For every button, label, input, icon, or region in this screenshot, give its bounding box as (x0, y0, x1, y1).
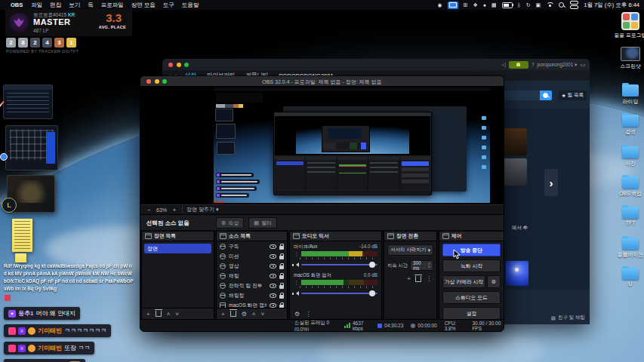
source-item[interactable]: 미션 (217, 251, 287, 261)
steam-account-menu[interactable]: poroporong2001 ▾ (538, 62, 578, 68)
virtual-camera-settings-button[interactable]: ⚙ (487, 275, 501, 288)
screen-mirroring-icon[interactable] (448, 2, 458, 9)
menu-dock[interactable]: 독 (88, 2, 94, 9)
promo-game-tile[interactable] (506, 261, 528, 286)
visibility-icon[interactable] (270, 284, 276, 288)
move-source-down-button[interactable]: ˅ (261, 311, 265, 318)
window-thumbnail-chrome[interactable] (5, 125, 58, 170)
menu-profile[interactable]: 프로파일 (101, 2, 124, 9)
source-item[interactable]: 채팅창 (217, 290, 287, 300)
source-item[interactable]: 전략적 팀 전투 (217, 281, 287, 290)
desktop-icon-folder[interactable]: TFT (614, 207, 644, 225)
menu-file[interactable]: 파일 (31, 2, 42, 9)
duration-input[interactable]: 300 ms ˄˅ (410, 260, 433, 271)
app-status-icon[interactable]: ❖ (473, 2, 477, 8)
lock-icon[interactable] (279, 265, 284, 269)
transition-menu-button[interactable]: ⋮ (426, 275, 432, 282)
zoom-out-button[interactable]: − (145, 207, 153, 213)
move-scene-down-button[interactable]: ˅ (175, 311, 179, 318)
visibility-icon[interactable] (270, 254, 276, 259)
image-capture-icon[interactable]: ▦ (491, 2, 497, 8)
speaker-icon[interactable] (294, 262, 299, 267)
spinner-icon[interactable]: ˄˅ (428, 262, 430, 268)
lock-icon[interactable] (279, 285, 284, 289)
visibility-icon[interactable] (270, 303, 276, 308)
scenes-dock-header[interactable]: 장면 목록 (142, 232, 214, 241)
volume-knob[interactable] (369, 290, 375, 296)
wifi-icon[interactable] (546, 2, 553, 8)
source-item[interactable]: 채팅 (217, 271, 287, 281)
drag-handle-icon[interactable]: ⋮ (294, 280, 299, 285)
speaker-icon[interactable] (294, 291, 299, 296)
volume-slider[interactable] (301, 293, 377, 294)
menu-help[interactable]: 도움말 (182, 2, 199, 9)
studio-mode-button[interactable]: 스튜디오 모드 (442, 291, 501, 304)
mixer-settings-button[interactable]: ⚙ (294, 311, 300, 318)
help-icon[interactable]: ? (532, 62, 535, 67)
stop-streaming-button[interactable]: 방송 중단 (442, 244, 501, 256)
display-icon[interactable]: ▭ (580, 61, 585, 68)
desktop-icon-folder[interactable]: 사진 (614, 146, 644, 167)
transition-select[interactable]: 서서히 사라지기 ▾ (387, 244, 433, 256)
control-center-icon[interactable] (570, 1, 578, 9)
volume-slider[interactable] (301, 264, 377, 265)
menu-app-name[interactable]: OBS (11, 2, 23, 8)
source-item[interactable]: 영상 (217, 261, 287, 271)
filters-button[interactable]: ▤ 필터 (248, 217, 277, 229)
menu-scene-collection[interactable]: 장면 모음 (131, 2, 156, 9)
visibility-icon[interactable] (270, 274, 276, 278)
add-transition-button[interactable]: + (407, 275, 411, 282)
start-virtual-camera-button[interactable]: 가상 카메라 시작 (442, 275, 485, 288)
lock-icon[interactable] (279, 295, 284, 299)
spotlight-icon[interactable] (559, 2, 565, 8)
desktop-icon-folder[interactable]: 동물아지껀 (614, 238, 644, 259)
properties-button[interactable]: ⚙ 속성 (216, 217, 244, 229)
add-source-button[interactable]: + (221, 311, 225, 318)
record-status-icon[interactable]: ◉ (437, 2, 442, 8)
remove-transition-button[interactable] (415, 276, 421, 282)
transitions-dock-header[interactable]: 장면 전환 (384, 232, 436, 241)
zoom-in-button[interactable]: + (171, 207, 178, 213)
mute-icon[interactable]: ◁ (502, 61, 506, 68)
desktop-icon-folder[interactable]: U (614, 268, 644, 287)
desktop-icon-screenshot[interactable]: 스크린샷 (614, 47, 644, 70)
move-source-up-button[interactable]: ˄ (252, 311, 256, 318)
mixer-dock-header[interactable]: 오디오 믹서 (290, 232, 381, 241)
battery-icon[interactable] (502, 2, 513, 8)
drag-handle-icon[interactable]: ⋮ (294, 251, 299, 256)
desktop-icon-folder[interactable]: 라이딩 (614, 84, 644, 106)
mixer-menu-button[interactable]: ⋮ (305, 311, 311, 318)
launchpad-icon[interactable]: ⊞ (464, 2, 468, 8)
notification-bell-button[interactable] (509, 61, 528, 69)
visibility-icon[interactable] (270, 244, 276, 249)
menubar-clock[interactable]: 1월 7일 (수) 오후 6:44 (584, 2, 639, 9)
window-manager-icon[interactable]: ▣ (536, 2, 541, 8)
move-scene-up-button[interactable]: ˄ (167, 311, 171, 318)
desktop-icon-folder[interactable]: 검색 (614, 115, 644, 136)
controls-dock-header[interactable]: 제어 (439, 232, 504, 241)
desktop-icon-applications[interactable]: 응용 프로그램 (614, 12, 644, 39)
volume-knob[interactable] (369, 262, 375, 268)
carousel-next-button[interactable]: › (544, 169, 558, 196)
steam-search-input[interactable] (504, 90, 540, 100)
sticky-note-small[interactable] (15, 253, 26, 262)
remove-source-button[interactable] (230, 311, 236, 317)
lock-icon[interactable] (279, 246, 284, 250)
lock-icon[interactable] (279, 256, 284, 259)
window-thumbnail-safari[interactable] (3, 84, 53, 119)
visibility-icon[interactable] (270, 293, 276, 298)
steam-search-button[interactable] (540, 90, 552, 100)
scene-item[interactable]: 장면 (144, 244, 211, 253)
sticky-note[interactable] (12, 219, 32, 252)
sources-dock-header[interactable]: 소스 목록 (217, 232, 287, 241)
traffic-lights[interactable] (168, 63, 189, 67)
lock-icon[interactable] (279, 275, 284, 279)
remove-scene-button[interactable] (156, 311, 162, 317)
steam-wishlist-button[interactable]: ★ 찜 목록 (559, 90, 587, 100)
desktop-icon-folder[interactable]: OBS 백업 (614, 176, 644, 198)
fit-scene-dropdown[interactable]: 장면 맞추기 ▾ (186, 206, 218, 213)
steam-friends-bar[interactable]: ▤ 친구 및 채팅 (551, 314, 585, 321)
obs-preview-canvas[interactable]: › (140, 86, 504, 204)
do-not-disturb-icon[interactable]: ● (483, 2, 486, 8)
visibility-icon[interactable] (270, 264, 276, 268)
